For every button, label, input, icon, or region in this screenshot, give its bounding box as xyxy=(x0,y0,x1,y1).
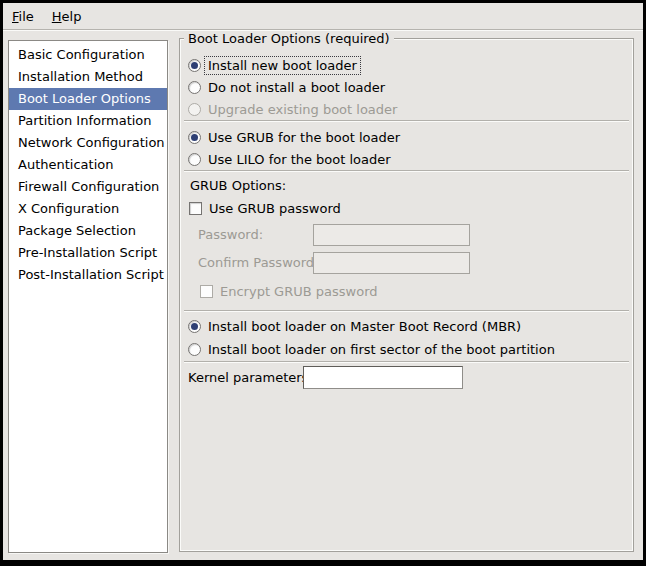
radio-label-use-grub: Use GRUB for the boot loader xyxy=(205,129,403,146)
checkbox-label-encrypt-grub-password: Encrypt GRUB password xyxy=(217,283,381,300)
checkbox-row-use-grub-password[interactable]: Use GRUB password xyxy=(189,197,344,219)
separator xyxy=(184,361,629,363)
frame-title: Boot Loader Options (required) xyxy=(184,31,394,46)
sidebar-item-installation-method[interactable]: Installation Method xyxy=(9,66,167,88)
kernel-parameters-field[interactable] xyxy=(303,366,463,389)
radio-label-do-not-install-boot-loader: Do not install a boot loader xyxy=(205,79,388,96)
grub-options-heading: GRUB Options: xyxy=(190,175,286,197)
radio-row-use-grub[interactable]: Use GRUB for the boot loader xyxy=(188,126,403,148)
sidebar-item-partition-information[interactable]: Partition Information xyxy=(9,110,167,132)
sidebar-item-firewall-configuration[interactable]: Firewall Configuration xyxy=(9,176,167,198)
sidebar-item-boot-loader-options[interactable]: Boot Loader Options xyxy=(9,88,167,110)
separator xyxy=(184,170,629,172)
radio-row-install-on-first-sector[interactable]: Install boot loader on first sector of t… xyxy=(188,338,558,360)
radio-icon-upgrade-existing-boot-loader xyxy=(188,103,201,116)
sidebar-item-authentication[interactable]: Authentication xyxy=(9,154,167,176)
radio-icon-install-new-boot-loader[interactable] xyxy=(188,59,201,72)
radio-icon-use-grub[interactable] xyxy=(188,131,201,144)
radio-label-upgrade-existing-boot-loader: Upgrade existing boot loader xyxy=(205,101,400,118)
kernel-parameters-label: Kernel parameters: xyxy=(188,366,313,389)
password-label: Password: xyxy=(198,224,263,246)
menu-bar: File Help xyxy=(3,3,643,30)
password-field xyxy=(313,224,470,246)
app-window: File Help Basic Configuration Installati… xyxy=(0,0,646,566)
menu-help-accel: H xyxy=(52,9,62,24)
menu-file-rest: ile xyxy=(19,9,34,24)
window-body: File Help Basic Configuration Installati… xyxy=(3,3,643,560)
separator xyxy=(184,120,629,122)
menu-help-rest: elp xyxy=(62,9,82,24)
radio-row-upgrade-existing-boot-loader: Upgrade existing boot loader xyxy=(188,98,400,120)
checkbox-icon-use-grub-password[interactable] xyxy=(189,202,202,215)
checkbox-row-encrypt-grub-password: Encrypt GRUB password xyxy=(200,280,381,302)
checkbox-icon-encrypt-grub-password xyxy=(200,285,213,298)
radio-label-use-lilo: Use LILO for the boot loader xyxy=(205,151,394,168)
menu-file[interactable]: File xyxy=(3,5,43,28)
checkbox-label-use-grub-password: Use GRUB password xyxy=(206,200,344,217)
radio-icon-install-on-mbr[interactable] xyxy=(188,320,201,333)
confirm-password-label: Confirm Password: xyxy=(198,252,318,274)
separator xyxy=(184,310,629,312)
radio-row-do-not-install-boot-loader[interactable]: Do not install a boot loader xyxy=(188,76,388,98)
radio-row-install-new-boot-loader[interactable]: Install new boot loader xyxy=(188,54,360,76)
sidebar-item-post-installation-script[interactable]: Post-Installation Script xyxy=(9,264,167,286)
confirm-password-field xyxy=(313,252,470,274)
sidebar-item-network-configuration[interactable]: Network Configuration xyxy=(9,132,167,154)
radio-label-install-on-mbr: Install boot loader on Master Boot Recor… xyxy=(205,318,524,335)
radio-label-install-new-boot-loader: Install new boot loader xyxy=(205,57,360,74)
sidebar-item-x-configuration[interactable]: X Configuration xyxy=(9,198,167,220)
radio-row-use-lilo[interactable]: Use LILO for the boot loader xyxy=(188,148,394,170)
radio-row-install-on-mbr[interactable]: Install boot loader on Master Boot Recor… xyxy=(188,315,524,337)
radio-label-install-on-first-sector: Install boot loader on first sector of t… xyxy=(205,341,558,358)
radio-icon-install-on-first-sector[interactable] xyxy=(188,343,201,356)
sidebar-item-basic-configuration[interactable]: Basic Configuration xyxy=(9,44,167,66)
menu-help[interactable]: Help xyxy=(43,5,91,28)
radio-icon-use-lilo[interactable] xyxy=(188,153,201,166)
radio-icon-do-not-install-boot-loader[interactable] xyxy=(188,81,201,94)
sidebar-item-pre-installation-script[interactable]: Pre-Installation Script xyxy=(9,242,167,264)
category-list: Basic Configuration Installation Method … xyxy=(8,40,168,553)
sidebar-item-package-selection[interactable]: Package Selection xyxy=(9,220,167,242)
